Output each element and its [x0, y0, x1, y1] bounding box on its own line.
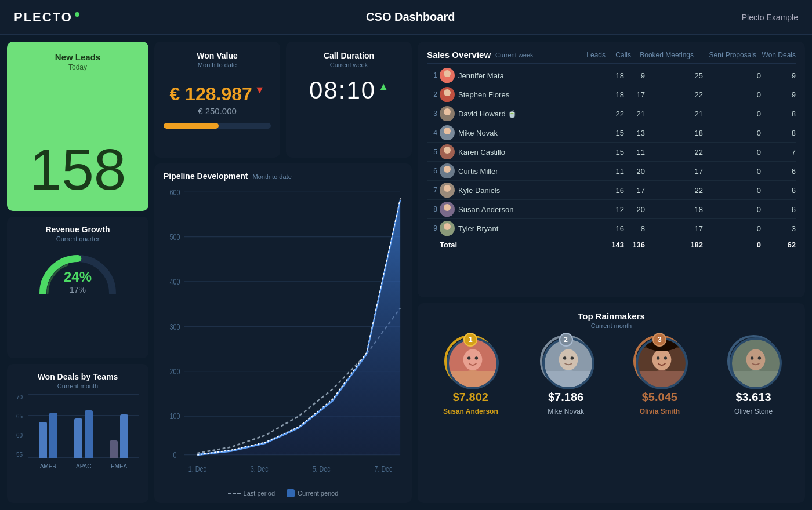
- main-content: New Leads Today 158 Revenue Growth Curre…: [0, 35, 812, 510]
- svg-point-47: [570, 356, 573, 359]
- gauge-center: 24% 17%: [64, 269, 92, 294]
- bar-amer-1: [39, 422, 47, 458]
- pipeline-title: Pipeline Development: [164, 172, 248, 181]
- svg-point-30: [441, 173, 453, 178]
- table-row: 8 Susan Anderson12201806: [427, 200, 796, 219]
- rainmaker-4-avatar-wrap: [727, 335, 780, 387]
- call-duration-title: Call Duration: [324, 51, 374, 60]
- rainmaker-2-name: Mike Novak: [548, 407, 584, 416]
- won-deals-title: Won Deals by Teams: [16, 372, 139, 381]
- won-deals-subtitle: Current month: [16, 382, 139, 389]
- rainmaker-3-value: $5.045: [642, 391, 677, 404]
- won-value-progress: [164, 123, 271, 129]
- call-duration-up-icon: ▲: [378, 81, 389, 93]
- pipeline-subtitle: Month to date: [252, 173, 291, 180]
- rainmakers-subtitle: Current month: [427, 322, 796, 329]
- y-label-60: 60: [16, 432, 28, 439]
- sales-col-leads: Leads: [586, 51, 606, 59]
- sales-title: Sales Overview: [427, 50, 491, 60]
- logo-dot: [75, 12, 79, 17]
- svg-text:7. Dec: 7. Dec: [375, 464, 393, 473]
- table-total-row: Total 143 136 182 0 62: [427, 238, 796, 252]
- rainmaker-3-name: Olivia Smith: [640, 407, 680, 416]
- table-row: 3 David Howard 🍵22212108: [427, 104, 796, 123]
- pipeline-card: Pipeline Development Month to date 600 5…: [154, 163, 412, 503]
- bar-emea-2: [120, 414, 128, 458]
- table-row: 6 Curtis Miller11201706: [427, 162, 796, 181]
- bar-apac-1: [74, 418, 82, 458]
- dashboard-title: CSO Dashboard: [366, 10, 455, 24]
- svg-point-50: [652, 349, 672, 370]
- svg-point-38: [463, 349, 483, 370]
- svg-text:300: 300: [170, 322, 180, 332]
- svg-rect-42: [449, 371, 496, 387]
- sales-overview-card: Sales Overview Current week Leads Calls …: [418, 42, 805, 297]
- rainmaker-4-name: Oliver Stone: [734, 407, 773, 416]
- rainmakers-row: 1 $7.802 Susan Anderson 2: [427, 335, 796, 416]
- logo: PLECTO: [14, 10, 79, 25]
- svg-point-41: [475, 356, 478, 359]
- x-label-apac: APAC: [76, 463, 92, 469]
- svg-point-19: [444, 70, 451, 77]
- svg-point-35: [444, 223, 451, 230]
- svg-text:0: 0: [173, 450, 176, 460]
- legend-last-label: Last period: [244, 490, 275, 497]
- table-row: 5 Karen Castillo15112207: [427, 143, 796, 162]
- svg-rect-56: [638, 371, 686, 387]
- svg-point-22: [441, 96, 453, 102]
- y-label-55: 55: [16, 451, 28, 458]
- svg-point-58: [746, 349, 766, 370]
- svg-point-23: [444, 108, 451, 115]
- won-value-target: € 250.000: [198, 106, 237, 116]
- call-duration-subtitle: Current week: [330, 61, 368, 68]
- revenue-subtitle: Current quarter: [56, 235, 100, 242]
- x-label-emea: EMEA: [111, 463, 127, 469]
- svg-point-32: [441, 192, 453, 198]
- svg-point-29: [444, 166, 451, 173]
- legend-current-label: Current period: [298, 490, 338, 497]
- svg-point-28: [441, 154, 453, 159]
- mid-column: Won Value Month to date € 128.987 ▼ € 25…: [154, 42, 412, 503]
- new-leads-subtitle: Today: [19, 63, 137, 71]
- bar-amer: [39, 413, 57, 458]
- header: PLECTO CSO Dashboard Plecto Example: [0, 0, 812, 35]
- sales-col-won: Won Deals: [761, 51, 796, 59]
- svg-point-27: [444, 147, 451, 154]
- left-column: New Leads Today 158 Revenue Growth Curre…: [7, 42, 148, 503]
- svg-text:400: 400: [170, 277, 180, 287]
- bar-emea: [110, 414, 128, 458]
- header-user: Plecto Example: [742, 13, 798, 22]
- svg-point-60: [751, 356, 753, 359]
- sales-col-meetings: Booked Meetings: [636, 51, 694, 59]
- svg-point-21: [444, 89, 451, 96]
- rainmaker-3-avatar-wrap: 3: [633, 335, 686, 387]
- won-value-card: Won Value Month to date € 128.987 ▼ € 25…: [154, 42, 280, 158]
- rainmaker-1: 1 $7.802 Susan Anderson: [443, 335, 498, 416]
- svg-text:1. Dec: 1. Dec: [188, 464, 206, 473]
- svg-point-26: [441, 134, 453, 140]
- table-row: 1 Jennifer Mata1892509: [427, 66, 796, 85]
- revenue-growth-card: Revenue Growth Current quarter 24% 17%: [7, 217, 148, 358]
- rainmaker-3: 3 $5.045 Olivia Smith: [633, 335, 686, 416]
- progress-fill: [164, 123, 219, 129]
- svg-text:500: 500: [170, 232, 180, 242]
- bar-apac: [74, 410, 93, 458]
- svg-point-44: [559, 349, 578, 370]
- rainmaker-4-avatar: [730, 337, 782, 389]
- svg-rect-48: [545, 371, 592, 387]
- rainmaker-3-rank: 3: [652, 333, 666, 347]
- rainmaker-4: $3.613 Oliver Stone: [727, 335, 780, 416]
- svg-point-25: [444, 128, 451, 134]
- sales-col-calls: Calls: [610, 51, 631, 59]
- rainmaker-4-value: $3.613: [735, 391, 771, 404]
- pipeline-legend: Last period Current period: [164, 489, 403, 497]
- sales-col-proposals: Sent Proposals: [698, 51, 756, 59]
- svg-text:100: 100: [170, 411, 180, 421]
- svg-text:3. Dec: 3. Dec: [251, 464, 269, 473]
- legend-last-period: Last period: [228, 489, 275, 497]
- svg-rect-62: [732, 371, 780, 387]
- svg-text:5. Dec: 5. Dec: [313, 464, 331, 473]
- svg-point-46: [563, 356, 566, 359]
- rainmaker-1-avatar-wrap: 1: [444, 335, 496, 387]
- table-row: 2 Stephen Flores18172209: [427, 85, 796, 104]
